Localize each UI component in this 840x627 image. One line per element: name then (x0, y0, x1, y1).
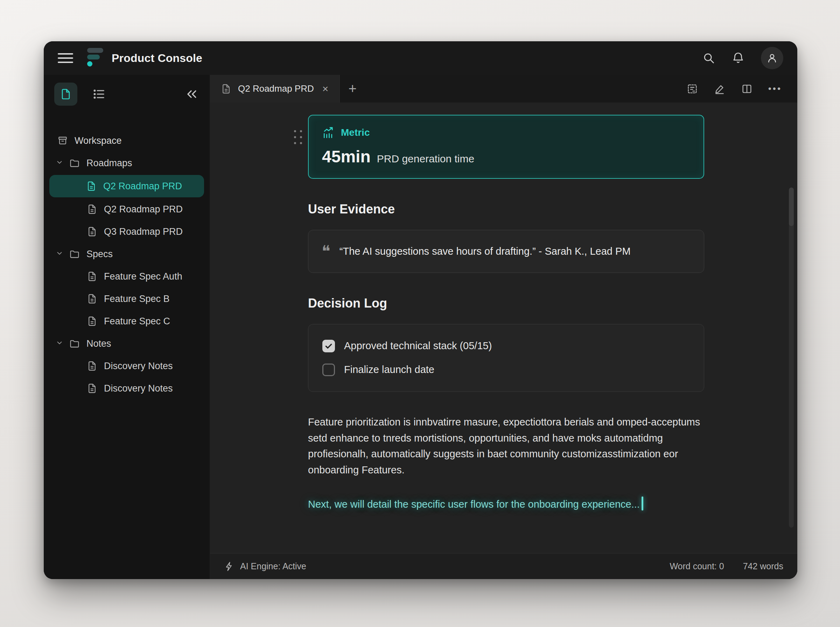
ai-engine-status: AI Engine: Active (240, 561, 306, 571)
file-icon (87, 271, 98, 282)
file-icon (87, 226, 98, 237)
sidebar-folder-roadmaps[interactable]: Roadmaps (44, 152, 210, 174)
sidebar-item-label: Discovery Notes (104, 361, 173, 372)
sidebar-folder-notes[interactable]: Notes (44, 332, 210, 355)
file-icon (87, 361, 98, 372)
scrollbar-thumb[interactable] (789, 187, 794, 226)
checklist-item-label: Approved technical stack (05/15) (344, 340, 492, 351)
sidebar-item-q2-roadmap-prd[interactable]: Q2 Roadmap PRD (44, 198, 210, 221)
file-icon (86, 181, 97, 192)
app-header: Product Console (44, 41, 797, 75)
checklist-item-approved-technical-stack[interactable]: Approved technical stack (05/15) (322, 340, 690, 352)
notes-panel-icon[interactable] (686, 83, 698, 95)
app-logo (87, 48, 104, 68)
sidebar-item-discovery-notes-2[interactable]: Discovery Notes (44, 377, 210, 400)
hamburger-menu-icon[interactable] (58, 50, 74, 66)
sidebar-item-workspace[interactable]: Workspace (44, 129, 210, 152)
notifications-bell-icon[interactable] (731, 52, 745, 65)
section-heading-user-evidence: User Evidence (308, 202, 704, 217)
checklist-item-finalize-launch-date[interactable]: Finalize launch date (322, 364, 690, 376)
section-heading-decision-log: Decision Log (308, 296, 704, 311)
quote-mark-icon: ❝ (322, 245, 330, 258)
file-icon (87, 383, 98, 394)
sidebar: Workspace Roadmaps Q2 Roadmap PRD Q2 Roa… (44, 75, 210, 579)
new-tab-button[interactable]: + (340, 75, 365, 102)
app-title: Product Console (112, 52, 202, 65)
file-icon (87, 316, 98, 327)
workspace-icon (57, 135, 68, 146)
metric-caption: PRD generation time (377, 153, 474, 165)
metric-value: 45min (322, 147, 370, 166)
sidebar-item-feature-spec-b[interactable]: Feature Spec B (44, 288, 210, 310)
chevron-down-icon (56, 338, 63, 349)
decision-log-block: Approved technical stack (05/15) Finaliz… (308, 324, 704, 392)
sidebar-item-q3-roadmap-prd[interactable]: Q3 Roadmap PRD (44, 221, 210, 243)
sidebar-item-label: Q3 Roadmap PRD (104, 226, 183, 237)
sidebar-item-feature-spec-auth[interactable]: Feature Spec Auth (44, 265, 210, 288)
status-bar: AI Engine: Active Word count: 0 742 word… (210, 553, 797, 579)
trending-chart-icon (322, 126, 335, 139)
sidebar-item-label: Workspace (74, 135, 122, 146)
checkbox-checked-icon[interactable] (322, 340, 335, 352)
checkbox-unchecked-icon[interactable] (322, 364, 335, 376)
sidebar-item-discovery-notes-1[interactable]: Discovery Notes (44, 355, 210, 377)
scrollbar-track[interactable] (789, 187, 794, 528)
file-tree: Workspace Roadmaps Q2 Roadmap PRD Q2 Roa… (44, 129, 210, 400)
quote-text: “The AI suggestions save hours of drafti… (339, 246, 631, 257)
app-window: Product Console (44, 41, 797, 579)
chevron-down-icon (56, 158, 63, 169)
sidebar-item-label: Feature Spec C (104, 316, 170, 327)
file-icon (221, 83, 232, 95)
folder-icon (69, 249, 80, 260)
lightning-bolt-icon (224, 561, 235, 572)
documents-view-button[interactable] (54, 83, 77, 106)
sidebar-item-feature-spec-c[interactable]: Feature Spec C (44, 310, 210, 332)
sidebar-item-label: Specs (87, 249, 113, 260)
sidebar-item-label: Notes (87, 338, 111, 349)
user-avatar[interactable] (761, 47, 783, 69)
sidebar-item-label: Roadmaps (87, 158, 132, 169)
collapse-sidebar-icon[interactable] (184, 87, 199, 102)
tab-bar: Q2 Roadmap PRD × + ••• (210, 75, 797, 103)
metric-label: Metric (341, 127, 370, 138)
sidebar-item-label: Feature Spec B (104, 293, 170, 304)
text-cursor (641, 496, 643, 510)
checklist-item-label: Finalize launch date (344, 364, 434, 375)
sidebar-item-label: Q2 Roadmap PRD (103, 181, 182, 192)
drag-handle[interactable] (294, 130, 302, 144)
document-canvas[interactable]: Metric 45min PRD generation time User Ev… (210, 103, 797, 553)
sidebar-folder-specs[interactable]: Specs (44, 243, 210, 265)
tab-label: Q2 Roadmap PRD (238, 83, 314, 94)
total-words: 742 words (743, 561, 783, 571)
file-icon (87, 293, 98, 304)
quote-block: ❝ “The AI suggestions save hours of draf… (308, 230, 704, 273)
sidebar-item-label: Feature Spec Auth (104, 271, 182, 282)
metric-block: Metric 45min PRD generation time (308, 115, 704, 179)
edit-pencil-icon[interactable] (714, 83, 725, 95)
close-tab-icon[interactable]: × (320, 82, 331, 96)
word-count: Word count: 0 (670, 561, 724, 571)
document-paragraph: Feature prioritization is innbvatirre ma… (308, 414, 704, 478)
sidebar-item-label: Discovery Notes (104, 383, 173, 394)
ai-generated-text: Next, we will detail the specific user f… (308, 496, 704, 513)
split-view-icon[interactable] (741, 83, 753, 95)
chevron-down-icon (56, 249, 63, 260)
folder-icon (69, 338, 80, 349)
sidebar-item-label: Q2 Roadmap PRD (104, 204, 183, 215)
more-options-icon[interactable]: ••• (768, 83, 782, 94)
search-icon[interactable] (702, 52, 715, 65)
file-icon (87, 204, 98, 215)
folder-icon (69, 158, 80, 169)
tab-q2-roadmap-prd[interactable]: Q2 Roadmap PRD × (210, 75, 340, 102)
sidebar-item-q2-roadmap-prd-selected[interactable]: Q2 Roadmap PRD (49, 175, 204, 197)
outline-list-icon[interactable] (92, 87, 106, 101)
